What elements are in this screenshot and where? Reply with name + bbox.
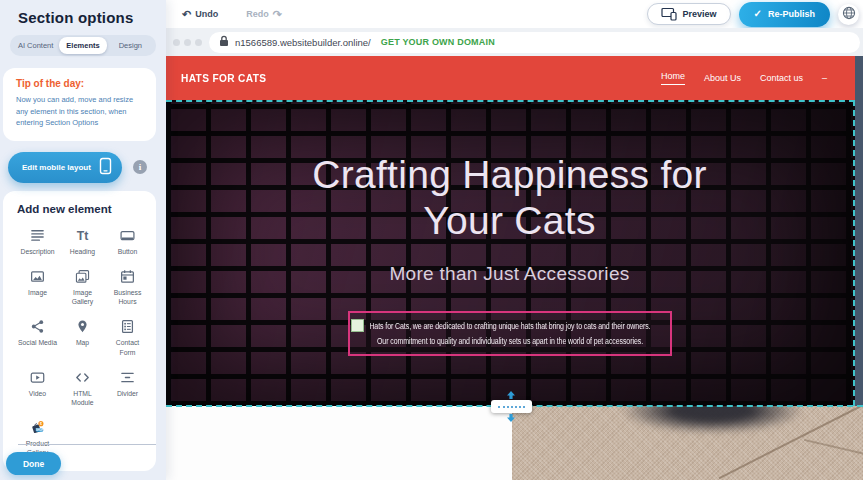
check-icon: ✓ <box>754 9 762 19</box>
phone-icon <box>99 157 112 177</box>
arrow-up-icon <box>506 391 516 399</box>
site-preview-viewport: HATS FOR CATS HomeAbout UsContact us– Cr… <box>166 56 863 480</box>
site-nav: HomeAbout UsContact us– <box>661 71 827 85</box>
top-actions: Preview ✓ Re-Publish <box>647 2 859 27</box>
element-item-html-module[interactable]: HTML Module <box>62 369 103 407</box>
svg-text:$: $ <box>40 422 42 426</box>
element-item-button[interactable]: Button <box>107 227 148 256</box>
redo-icon: ↷ <box>273 9 282 20</box>
hero-heading[interactable]: Crafting Happiness for Your Cats <box>278 152 742 243</box>
element-label: Map <box>76 338 89 347</box>
hero-subheading[interactable]: More than Just Accessories <box>166 263 853 285</box>
element-label: Image Gallery <box>62 288 103 306</box>
hero-body-line: Our commitment to quality and individual… <box>377 334 643 348</box>
element-item-social-media[interactable]: Social Media <box>17 318 58 356</box>
cat-shadow <box>620 406 805 434</box>
window-dot <box>173 39 180 46</box>
site-header-section[interactable]: HATS FOR CATS HomeAbout UsContact us– <box>166 56 855 100</box>
element-item-heading[interactable]: TtHeading <box>62 227 103 256</box>
tab-ai-content[interactable]: AI Content <box>12 37 59 54</box>
html-module-icon <box>74 369 91 386</box>
element-item-map[interactable]: Map <box>62 318 103 356</box>
undo-button[interactable]: ↶ Undo <box>176 8 224 21</box>
element-label: Divider <box>117 389 138 398</box>
republish-label: Re-Publish <box>768 9 815 19</box>
heading-icon: Tt <box>74 227 91 244</box>
contact-form-icon <box>119 318 136 335</box>
business-hours-icon <box>119 268 136 285</box>
preview-button[interactable]: Preview <box>647 3 731 25</box>
element-label: Button <box>118 247 138 256</box>
next-section-cat-photo[interactable] <box>512 406 863 480</box>
window-dot <box>184 39 191 46</box>
video-icon <box>29 369 46 386</box>
editor-topbar: ↶ Undo Redo ↷ Preview ✓ Re-Publish <box>166 0 863 28</box>
panel-tabs: AI Content Elements Design <box>10 35 156 56</box>
undo-label: Undo <box>195 9 218 19</box>
nav-link-contact-us[interactable]: Contact us <box>760 73 803 83</box>
element-label: Description <box>21 247 55 256</box>
element-label: Contact Form <box>107 338 148 356</box>
add-element-card: Add new element DescriptionTtHeadingButt… <box>3 191 156 472</box>
get-domain-link[interactable]: GET YOUR OWN DOMAIN <box>381 37 495 47</box>
globe-icon <box>841 5 857 24</box>
element-label: Business Hours <box>107 288 148 306</box>
element-drag-handle[interactable] <box>351 319 364 332</box>
edit-mobile-row: Edit mobile layout i <box>8 152 156 183</box>
button-icon <box>119 227 136 244</box>
tab-elements[interactable]: Elements <box>59 37 106 54</box>
divider-icon <box>119 369 136 386</box>
info-icon[interactable]: i <box>133 160 147 174</box>
hero-body-line: Hats for Cats, we are dedicated to craft… <box>369 319 650 333</box>
preview-scrollbar-strip <box>855 56 863 406</box>
resize-grip-dots <box>498 406 525 408</box>
tab-design[interactable]: Design <box>107 37 154 54</box>
redo-button[interactable]: Redo ↷ <box>240 8 288 21</box>
element-grid: DescriptionTtHeadingButtonImageImage Gal… <box>17 227 148 458</box>
arrow-down-icon <box>506 414 516 422</box>
nav-more-menu[interactable]: – <box>822 73 827 83</box>
site-logo: HATS FOR CATS <box>181 72 266 84</box>
nav-link-home[interactable]: Home <box>661 71 685 85</box>
nav-link-about-us[interactable]: About Us <box>704 73 741 83</box>
element-item-divider[interactable]: Divider <box>107 369 148 407</box>
redo-label: Redo <box>246 9 269 19</box>
resize-grip-box <box>491 400 532 413</box>
language-globe-button[interactable] <box>838 4 859 25</box>
done-button[interactable]: Done <box>6 452 61 475</box>
section-options-panel: Section options AI Content Elements Desi… <box>0 0 166 480</box>
edit-mobile-layout-button[interactable]: Edit mobile layout <box>8 152 122 183</box>
hero-textbox-selected[interactable]: Hats for Cats, we are dedicated to craft… <box>348 311 672 356</box>
svg-text:Tt: Tt <box>77 229 89 243</box>
history-controls: ↶ Undo Redo ↷ <box>176 8 288 21</box>
element-item-description[interactable]: Description <box>17 227 58 256</box>
element-item-business-hours[interactable]: Business Hours <box>107 268 148 306</box>
lock-icon <box>219 33 229 51</box>
panel-divider <box>18 444 156 445</box>
description-icon <box>29 227 46 244</box>
section-resize-handle[interactable] <box>490 391 532 422</box>
carpet-seam <box>804 439 863 479</box>
element-item-video[interactable]: Video <box>17 369 58 407</box>
tip-body: Now you can add, move and resize any ele… <box>16 94 143 129</box>
next-section-background[interactable] <box>166 406 512 480</box>
element-label: Image <box>28 288 47 297</box>
devices-icon <box>661 6 677 23</box>
element-item-image-gallery[interactable]: Image Gallery <box>62 268 103 306</box>
edit-mobile-label: Edit mobile layout <box>22 163 91 172</box>
undo-icon: ↶ <box>182 9 191 20</box>
republish-button[interactable]: ✓ Re-Publish <box>739 2 830 27</box>
svg-text:SHOP: SHOP <box>36 428 44 432</box>
tip-of-the-day-card: Tip of the day: Now you can add, move an… <box>3 68 156 141</box>
browser-chrome: n1566589.websitebuilder.online/ GET YOUR… <box>166 28 863 56</box>
page-title: Section options <box>0 0 166 26</box>
element-item-image[interactable]: Image <box>17 268 58 306</box>
image-gallery-icon <box>74 268 91 285</box>
stage: ↶ Undo Redo ↷ Preview ✓ Re-Publish <box>166 0 863 480</box>
element-label: Video <box>29 389 46 398</box>
add-element-title: Add new element <box>17 203 148 215</box>
element-label: HTML Module <box>62 389 103 407</box>
hero-section[interactable]: Crafting Happiness for Your Cats More th… <box>166 100 855 406</box>
element-label: Heading <box>70 247 95 256</box>
element-item-contact-form[interactable]: Contact Form <box>107 318 148 356</box>
